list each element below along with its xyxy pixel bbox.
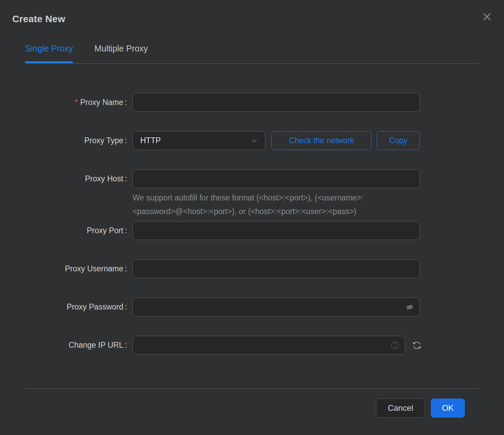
proxy-username-input[interactable] <box>132 259 420 278</box>
proxy-name-row: *Proxy Name : <box>0 93 504 112</box>
proxy-name-label: *Proxy Name : <box>0 93 127 112</box>
eye-invisible-icon[interactable] <box>405 302 414 312</box>
proxy-name-input[interactable] <box>132 93 420 112</box>
required-asterisk: * <box>75 98 78 107</box>
proxy-type-row: Proxy Type : HTTP Check the network Copy <box>0 131 504 150</box>
proxy-host-helper-text: We support autofill for these format (<h… <box>132 191 421 218</box>
dialog-footer: Cancel OK <box>25 388 479 418</box>
tab-single-proxy[interactable]: Single Proxy <box>25 43 73 63</box>
tabs-divider <box>25 63 479 64</box>
proxy-port-label: Proxy Port : <box>0 221 127 240</box>
proxy-password-label: Proxy Password : <box>0 298 127 316</box>
info-circle-icon <box>390 341 400 350</box>
proxy-host-row: Proxy Host : We support autofill for the… <box>0 169 504 218</box>
copy-button[interactable]: Copy <box>377 131 420 150</box>
proxy-type-selected-value: HTTP <box>140 136 161 145</box>
chevron-down-icon <box>251 138 257 144</box>
tab-bar: Single Proxy Multiple Proxy <box>25 43 148 63</box>
proxy-host-label: Proxy Host : <box>0 169 127 188</box>
proxy-type-select[interactable]: HTTP <box>132 131 265 150</box>
proxy-host-input[interactable] <box>132 169 420 188</box>
proxy-username-label: Proxy Username : <box>0 259 127 278</box>
proxy-username-row: Proxy Username : <box>0 259 504 278</box>
close-icon <box>483 12 491 21</box>
tab-multiple-proxy[interactable]: Multiple Proxy <box>94 43 148 63</box>
proxy-port-row: Proxy Port : <box>0 221 504 240</box>
refresh-url-button[interactable] <box>411 340 422 351</box>
proxy-port-input[interactable] <box>132 221 420 240</box>
dialog-title: Create New <box>12 14 65 25</box>
close-button[interactable] <box>482 11 492 22</box>
change-ip-url-input[interactable] <box>132 336 405 355</box>
check-network-button[interactable]: Check the network <box>271 131 372 150</box>
single-proxy-form: *Proxy Name : Proxy Type : HTTP Check th… <box>0 93 504 374</box>
proxy-password-input[interactable] <box>132 298 420 316</box>
change-ip-url-label: Change IP URL : <box>0 336 127 355</box>
proxy-password-row: Proxy Password : <box>0 298 504 316</box>
change-ip-url-row: Change IP URL : <box>0 336 504 355</box>
proxy-type-label: Proxy Type : <box>0 131 127 150</box>
ok-button[interactable]: OK <box>431 399 465 418</box>
refresh-icon <box>412 340 422 350</box>
cancel-button[interactable]: Cancel <box>376 399 425 418</box>
